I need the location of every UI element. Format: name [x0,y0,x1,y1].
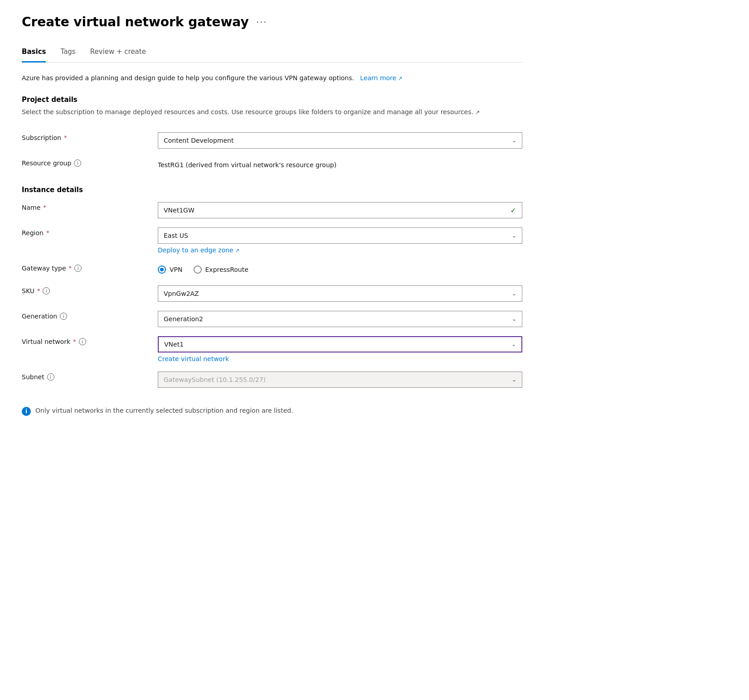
generation-field-cell: Generation2 ⌄ [158,306,522,332]
sku-required: * [37,287,40,294]
generation-value: Generation2 [164,315,203,323]
virtual-network-chevron: ⌄ [511,341,516,348]
subscription-field-cell: Content Development ⌄ [158,128,522,153]
subscription-label: Subscription [22,134,61,141]
virtual-network-label-cell: Virtual network * i [22,332,158,367]
edge-zone-link[interactable]: Deploy to an edge zone [158,246,522,254]
instance-details-heading: Instance details [22,186,522,194]
sku-label-cell: SKU * i [22,281,158,306]
page-title: Create virtual network gateway [22,14,249,29]
gateway-type-expressroute-option[interactable]: ExpressRoute [194,266,248,274]
subnet-chevron: ⌄ [512,377,516,383]
subscription-required: * [64,134,67,141]
subnet-label-cell: Subnet i [22,367,158,392]
expressroute-radio-circle[interactable] [194,266,202,274]
page-title-row: Create virtual network gateway ··· [22,14,522,29]
resource-group-label-cell: Resource group i [22,153,158,177]
learn-more-link[interactable]: Learn more [360,74,403,82]
subscription-select[interactable]: Content Development ⌄ [158,132,522,149]
virtual-network-required: * [73,338,76,345]
gateway-type-radio-group: VPN ExpressRoute [158,263,522,276]
vpn-radio-label: VPN [170,266,183,273]
name-value: VNet1GW [164,207,195,214]
tab-review-create[interactable]: Review + create [90,44,146,63]
region-required: * [46,229,49,236]
sku-chevron: ⌄ [512,290,516,297]
subscription-value: Content Development [164,137,233,144]
region-select[interactable]: East US ⌄ [158,227,522,244]
region-value: East US [164,232,188,239]
more-options-icon[interactable]: ··· [256,17,268,28]
gateway-type-info-icon[interactable]: i [74,265,82,272]
project-details-description: Select the subscription to manage deploy… [22,107,522,117]
region-field-cell: East US ⌄ Deploy to an edge zone [158,223,522,258]
tab-tags[interactable]: Tags [60,44,75,63]
name-valid-icon: ✓ [511,206,516,215]
virtual-network-select[interactable]: VNet1 ⌄ [158,336,522,352]
virtual-network-label: Virtual network [22,338,70,345]
info-note-icon: i [22,407,31,416]
region-chevron: ⌄ [512,232,516,239]
subscription-chevron: ⌄ [512,137,516,144]
sku-value: VpnGw2AZ [164,290,199,297]
region-label-cell: Region * [22,223,158,258]
subnet-field-cell: GatewaySubnet (10.1.255.0/27) ⌄ [158,367,522,392]
generation-label: Generation [22,313,57,320]
generation-info-icon[interactable]: i [60,313,67,320]
name-input[interactable]: VNet1GW ✓ [158,202,522,218]
create-virtual-network-link[interactable]: Create virtual network [158,355,522,362]
gateway-type-field-cell: VPN ExpressRoute [158,258,522,281]
subnet-value: GatewaySubnet (10.1.255.0/27) [164,376,266,383]
resource-group-external-link[interactable] [475,108,480,116]
resource-group-field-cell: TestRG1 (derived from virtual network's … [158,153,522,177]
name-field-cell: VNet1GW ✓ [158,198,522,223]
virtual-network-info-icon[interactable]: i [79,338,86,345]
name-label: Name [22,204,40,211]
generation-label-cell: Generation i [22,306,158,332]
subnet-select[interactable]: GatewaySubnet (10.1.255.0/27) ⌄ [158,372,522,388]
sku-label: SKU [22,287,34,294]
gateway-type-label-cell: Gateway type * i [22,258,158,281]
virtual-network-field-cell: VNet1 ⌄ Create virtual network [158,332,522,367]
subscription-label-cell: Subscription * [22,128,158,153]
sku-select[interactable]: VpnGw2AZ ⌄ [158,285,522,302]
resource-group-label: Resource group [22,159,71,167]
resource-group-info-icon[interactable]: i [74,159,81,167]
tab-bar: Basics Tags Review + create [22,44,522,63]
info-note-text: Only virtual networks in the currently s… [35,407,293,414]
virtual-network-value: VNet1 [164,341,184,348]
region-label: Region [22,229,44,237]
vpn-radio-circle[interactable] [158,266,166,274]
info-banner: Azure has provided a planning and design… [22,73,522,83]
name-required: * [43,204,46,211]
info-banner-text: Azure has provided a planning and design… [22,74,354,82]
project-details-form: Subscription * Content Development ⌄ Res… [22,128,522,177]
bottom-info-note: i Only virtual networks in the currently… [22,401,522,421]
project-details-heading: Project details [22,96,522,104]
sku-info-icon[interactable]: i [43,287,50,294]
generation-select[interactable]: Generation2 ⌄ [158,311,522,327]
expressroute-radio-label: ExpressRoute [205,266,248,273]
resource-group-value: TestRG1 (derived from virtual network's … [158,158,522,172]
gateway-type-vpn-option[interactable]: VPN [158,266,183,274]
name-label-cell: Name * [22,198,158,223]
instance-details-form: Name * VNet1GW ✓ Region * East US ⌄ Depl… [22,198,522,392]
generation-chevron: ⌄ [512,316,516,322]
subnet-info-icon[interactable]: i [47,373,54,381]
gateway-type-label: Gateway type [22,265,66,272]
subnet-label: Subnet [22,373,44,381]
tab-basics[interactable]: Basics [22,44,46,63]
gateway-type-required: * [69,265,72,271]
sku-field-cell: VpnGw2AZ ⌄ [158,281,522,306]
